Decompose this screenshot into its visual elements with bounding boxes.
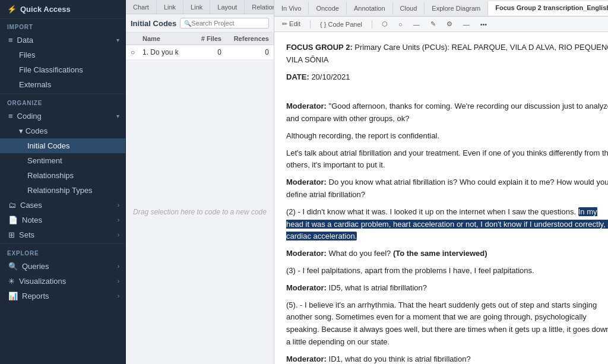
- reports-arrow-icon: ›: [118, 293, 119, 299]
- sidebar-item-relationships[interactable]: Relationships: [0, 168, 125, 183]
- recording-note: Although recording, the report is confid…: [286, 130, 608, 143]
- tab-cloud[interactable]: Cloud: [393, 2, 425, 15]
- atrial-intro: Let's talk about atrial fibrillation and…: [286, 147, 608, 172]
- row-radio: ○: [131, 48, 142, 56]
- atrial-intro-text: Let's talk about atrial fibrillation and…: [286, 148, 608, 170]
- tab-layout[interactable]: Layout: [210, 1, 245, 14]
- moderator-intro: Moderator: "Good afternoon, thanks for c…: [286, 100, 608, 125]
- resp-3-text: (3) - I feel palpitations, apart from th…: [286, 266, 534, 275]
- sidebar-item-sets[interactable]: ⊞ Sets ›: [0, 227, 125, 242]
- name-col-header: Name: [142, 35, 195, 42]
- visualizations-label: Visualizations: [19, 277, 66, 286]
- doc-area: FOCUS GROUP 2: Primary Care Units (PCUs)…: [274, 32, 608, 364]
- sidebar-item-externals[interactable]: Externals: [0, 77, 125, 92]
- cases-arrow-icon: ›: [118, 202, 119, 208]
- recording-text: Although recording, the report is confid…: [286, 131, 439, 140]
- import-section-header: IMPORT: [0, 19, 125, 33]
- sidebar-item-sentiment[interactable]: Sentiment: [0, 153, 125, 168]
- sidebar: ⚡ Quick Access IMPORT ≡ Data ▾ Files Fil…: [0, 0, 126, 364]
- mod-text-1: "Good afternoon, thanks for coming. We'r…: [286, 102, 608, 123]
- organize-section-header: ORGANIZE: [0, 95, 125, 109]
- explore-section-header: EXPLORE: [0, 245, 125, 259]
- tab-relationships[interactable]: Relationships: [245, 1, 274, 14]
- sidebar-item-codes[interactable]: ▾ Codes: [0, 124, 125, 138]
- mod-bold-1: Moderator:: [286, 102, 327, 110]
- sidebar-item-visualizations[interactable]: ✳ Visualizations ›: [0, 274, 125, 289]
- mod-text-4: ID5, what is atrial fibrillation?: [329, 283, 427, 292]
- sidebar-item-cases[interactable]: 🗂 Cases ›: [0, 198, 125, 213]
- divider-organize: [0, 93, 125, 94]
- mod-bold-3b: (To the same interviewed): [393, 249, 487, 258]
- toolbar-sep2: [372, 20, 372, 29]
- document-tabs: In Vivo Oncode Annotation Cloud Explore …: [274, 0, 608, 17]
- date-bold: DATE:: [286, 72, 309, 81]
- data-arrow-icon: ▾: [116, 37, 119, 43]
- toolbar-sep1: [310, 20, 311, 29]
- table-row[interactable]: ○ 1. Do you k 0 0: [126, 45, 274, 60]
- tab-annotation[interactable]: Annotation: [347, 2, 393, 15]
- tab-in-vivo[interactable]: In Vivo: [274, 2, 309, 15]
- search-box[interactable]: 🔍: [180, 18, 269, 29]
- resp-5-text: (5). - I believe it's an arrhythmia. Tha…: [286, 300, 608, 346]
- date-line: DATE: 20/10/2021: [286, 71, 608, 84]
- data-icon: ≡: [8, 36, 13, 45]
- doc-toolbar: ✏ Edit { } Code Panel ⬡ ○ — ✎ ⚙ — •••: [274, 17, 608, 32]
- drag-hint-text: Drag selection here to code to a new cod…: [133, 208, 267, 216]
- sidebar-item-file-classifications[interactable]: File Classifications: [0, 62, 125, 77]
- toolbar-btn-f[interactable]: —: [460, 20, 473, 29]
- date-value: 20/10/2021: [311, 72, 350, 81]
- toolbar-btn-g[interactable]: •••: [477, 20, 490, 29]
- mod-text-5: ID1, what do you think is atrial fibrill…: [329, 354, 471, 363]
- notes-arrow-icon: ›: [118, 217, 119, 223]
- moderator-question: Moderator: Do you know what atrial fibri…: [286, 176, 608, 201]
- row-files: 0: [195, 48, 227, 56]
- mod-bold-3: Moderator:: [286, 249, 327, 258]
- files-col-header: # Files: [195, 35, 227, 42]
- codes-label: Codes: [26, 126, 48, 135]
- sets-label: Sets: [19, 230, 34, 239]
- moderator-follow-up: Moderator: What do you feel? (To the sam…: [286, 248, 608, 260]
- sidebar-item-relationship-types[interactable]: Relationship Types: [0, 183, 125, 198]
- toolbar-btn-b[interactable]: ○: [395, 20, 406, 29]
- sets-arrow-icon: ›: [118, 232, 119, 238]
- top-nav-tabs: Chart Link Link Layout Relationships Str…: [126, 0, 274, 14]
- quick-access-label: Quick Access: [20, 5, 71, 14]
- response-5: (5). - I believe it's an arrhythmia. Tha…: [286, 299, 608, 349]
- tab-chart[interactable]: Chart: [126, 1, 157, 14]
- tab-link2[interactable]: Link: [183, 1, 210, 14]
- tab-oncode[interactable]: Oncode: [309, 2, 347, 15]
- code-panel-button[interactable]: { } Code Panel: [317, 20, 365, 29]
- sidebar-item-data[interactable]: ≡ Data ▾: [0, 33, 125, 48]
- search-input[interactable]: [191, 20, 265, 27]
- relationship-types-label: Relationship Types: [27, 186, 93, 195]
- mod-text-3: What do you feel?: [329, 249, 393, 258]
- doc-tab-label: Focus Group 2 transcription_English: [495, 4, 608, 11]
- reports-icon: 📊: [8, 292, 18, 300]
- sidebar-item-reports[interactable]: 📊 Reports ›: [0, 289, 125, 303]
- toolbar-btn-c[interactable]: —: [410, 20, 423, 29]
- visualizations-arrow-icon: ›: [118, 278, 119, 284]
- sidebar-item-queries[interactable]: 🔍 Queries ›: [0, 259, 125, 274]
- sidebar-item-files[interactable]: Files: [0, 48, 125, 62]
- sets-icon: ⊞: [8, 230, 15, 239]
- focus-group-bold: FOCUS GROUP 2:: [286, 43, 353, 52]
- tab-link1[interactable]: Link: [157, 1, 183, 14]
- sidebar-item-initial-codes[interactable]: Initial Codes: [0, 138, 125, 153]
- sidebar-item-coding[interactable]: ≡ Coding ▾: [0, 109, 125, 124]
- tab-explore-diagram[interactable]: Explore Diagram: [425, 2, 488, 15]
- toolbar-btn-d[interactable]: ✎: [428, 20, 439, 29]
- sentiment-label: Sentiment: [27, 156, 62, 165]
- coding-label: Coding: [17, 112, 42, 121]
- focus-group-title: FOCUS GROUP 2: Primary Care Units (PCUs)…: [286, 42, 608, 67]
- toolbar-btn-a[interactable]: ⬡: [379, 20, 391, 29]
- visualizations-icon: ✳: [8, 277, 15, 286]
- queries-label: Queries: [22, 262, 49, 271]
- tab-focus-group[interactable]: Focus Group 2 transcription_English ×: [488, 1, 608, 15]
- sidebar-item-notes[interactable]: 📄 Notes ›: [0, 213, 125, 227]
- edit-button[interactable]: ✏ Edit: [279, 20, 303, 29]
- toolbar-btn-e[interactable]: ⚙: [444, 20, 455, 29]
- cases-label: Cases: [20, 201, 42, 210]
- row-refs: 0: [227, 48, 269, 56]
- response-2: (2) - I didn't know what it was. I looke…: [286, 206, 608, 243]
- reports-label: Reports: [22, 292, 49, 300]
